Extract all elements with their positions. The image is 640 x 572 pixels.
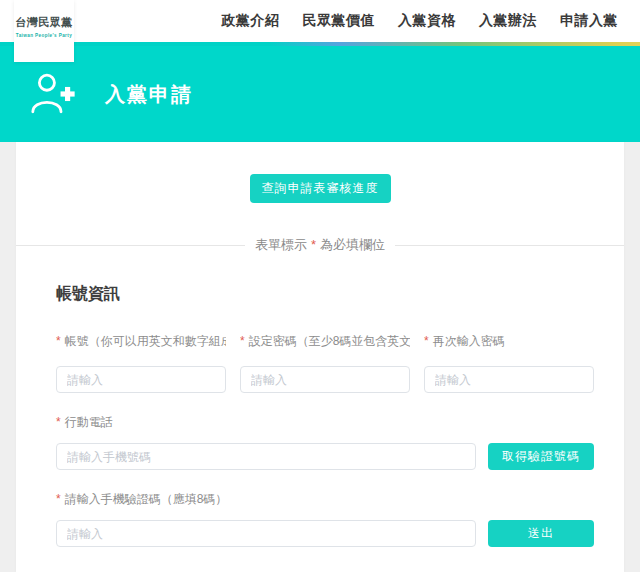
account-input[interactable] bbox=[56, 366, 226, 393]
account-field-label: *帳號（你可以用英文和數字組成） bbox=[56, 333, 226, 350]
required-note-suffix: 為必填欄位 bbox=[320, 237, 385, 252]
mobile-phone-input[interactable] bbox=[56, 443, 476, 470]
divider-line-left bbox=[16, 245, 245, 246]
person-plus-icon bbox=[30, 72, 77, 116]
get-verification-code-button[interactable]: 取得驗證號碼 bbox=[488, 443, 594, 470]
password-input[interactable] bbox=[240, 366, 410, 393]
confirm-password-field-label: *再次輸入密碼 bbox=[424, 333, 594, 350]
required-asterisk: * bbox=[424, 334, 429, 348]
required-note-prefix: 表單標示 bbox=[255, 237, 307, 252]
mobile-phone-label: *行動電話 bbox=[56, 414, 594, 431]
account-section-title: 帳號資訊 bbox=[56, 284, 594, 305]
main-content: 查詢申請表審核進度 表單標示*為必填欄位 帳號資訊 *帳號（你可以用英文和數字組… bbox=[0, 142, 640, 572]
required-asterisk: * bbox=[56, 415, 61, 429]
application-form-card: 查詢申請表審核進度 表單標示*為必填欄位 帳號資訊 *帳號（你可以用英文和數字組… bbox=[16, 142, 624, 572]
nav-item-party-intro[interactable]: 政黨介紹 bbox=[222, 12, 280, 30]
nav-item-membership-qualification[interactable]: 入黨資格 bbox=[398, 12, 456, 30]
logo-subtitle: Taiwan People's Party bbox=[14, 33, 74, 38]
required-note: 表單標示*為必填欄位 bbox=[245, 236, 395, 254]
required-asterisk: * bbox=[240, 334, 245, 348]
divider-line-right bbox=[395, 245, 624, 246]
page-title: 入黨申請 bbox=[105, 81, 193, 108]
verification-code-label: *請輸入手機驗證碼（應填8碼） bbox=[56, 491, 594, 508]
required-note-divider: 表單標示*為必填欄位 bbox=[16, 236, 624, 254]
confirm-password-input[interactable] bbox=[424, 366, 594, 393]
required-asterisk: * bbox=[311, 237, 316, 252]
submit-verification-button[interactable]: 送出 bbox=[488, 520, 594, 547]
top-navigation: 政黨介紹 民眾黨價值 入黨資格 入黨辦法 申請入黨 bbox=[0, 0, 640, 42]
logo-title: 台灣民眾黨 bbox=[14, 15, 74, 30]
required-asterisk: * bbox=[56, 334, 61, 348]
required-asterisk: * bbox=[56, 492, 61, 506]
verification-code-input[interactable] bbox=[56, 520, 476, 547]
nav-item-apply-membership[interactable]: 申請入黨 bbox=[560, 12, 618, 30]
party-logo[interactable]: 台灣民眾黨 Taiwan People's Party bbox=[14, 0, 74, 62]
page-header: 入黨申請 bbox=[0, 46, 640, 142]
nav-item-party-values[interactable]: 民眾黨價值 bbox=[303, 12, 376, 30]
check-progress-button[interactable]: 查詢申請表審核進度 bbox=[250, 174, 391, 203]
nav-item-membership-process[interactable]: 入黨辦法 bbox=[479, 12, 537, 30]
account-fields-labels: *帳號（你可以用英文和數字組成） *設定密碼（至少8碼並包含英文及數字） *再次… bbox=[56, 333, 594, 393]
password-field-label: *設定密碼（至少8碼並包含英文及數字） bbox=[240, 333, 410, 350]
